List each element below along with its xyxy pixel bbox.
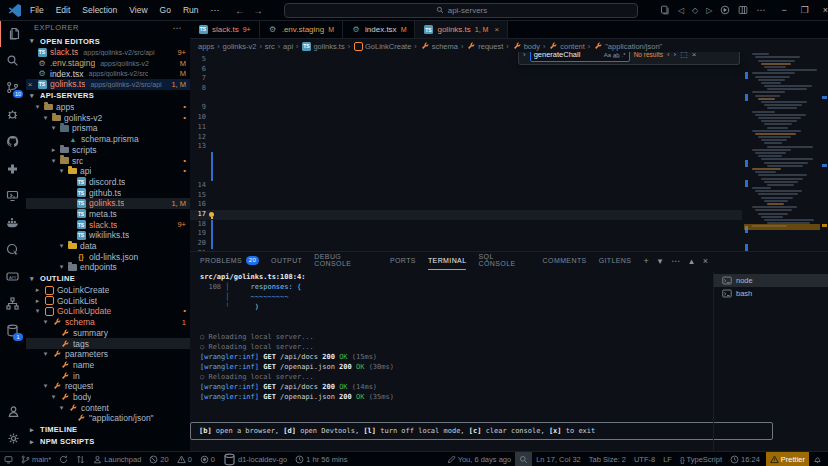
editor-scrollbar[interactable] [820,52,828,252]
breadcrumb-item[interactable]: schema [420,42,458,51]
code-line[interactable]: 16 content: { [190,200,742,210]
find-input[interactable]: generateChall Aa a̲b̲ .* [530,52,630,62]
tree-item-apps[interactable]: ▾ apps • [26,102,190,113]
breadcrumb-item[interactable]: "application/json" [593,42,662,51]
close-tab-icon[interactable]: × [494,25,499,34]
menu-⋯[interactable]: ⋯ [205,3,226,17]
close-editor-icon[interactable]: × [26,80,34,89]
tree-item-summary[interactable]: summary [26,328,190,339]
tree-item-name[interactable]: name [26,360,190,371]
breadcrumb-item[interactable]: apps [198,42,214,51]
find-next-icon[interactable]: › [674,52,677,59]
status-ports[interactable]: 0 [196,452,219,466]
status-remote-window[interactable] [0,452,17,466]
tab-slack.ts[interactable]: TSslack.ts 9+ [190,20,260,38]
status-warning[interactable]: 0 [173,452,196,466]
menu-selection[interactable]: Selection [76,3,123,17]
code-line[interactable]: 9export class GoLinkCreate extends OpenA… [190,103,742,113]
tree-item-discord.ts[interactable]: TS discord.ts [26,177,190,188]
code-line[interactable]: 6import { Context } from "hono"; [190,65,742,75]
find-in-selection-icon[interactable]: ⬚ [680,52,688,59]
tree-item-old-links.json[interactable]: {} old-links.json [26,251,190,262]
tree-item-GoLinkUpdate[interactable]: ▾ GoLinkUpdate • [26,306,190,317]
panel-tab-sql-console[interactable]: SQL CONSOLE [478,252,530,270]
code-line[interactable]: 10 schema = { [190,113,742,123]
code-line[interactable]: 20 targetUrl: Str({ example: "https://ex… [190,239,742,249]
layout-control-icon[interactable]: ▷ [706,6,712,15]
breadcrumb-item[interactable]: TSgolinks.ts [301,42,344,51]
tree-item-data[interactable]: ▾ data [26,241,190,252]
status-pencil[interactable]: You, 6 days ago [443,452,516,466]
panel-tab-comments[interactable]: COMMENTS [543,252,587,270]
status-database[interactable]: d1-localdev-go [219,452,291,466]
activity-accounts[interactable] [0,398,26,425]
nav-forward-icon[interactable]: → [253,5,263,16]
tree-item-GoLinkCreate[interactable]: ▸ GoLinkCreate [26,285,190,296]
tab-.env.staging[interactable]: ⚙.env.staging M [260,20,343,38]
lightbulb-icon[interactable] [209,212,214,217]
panel-action-icon[interactable]: ⋯ [671,256,680,266]
breadcrumb-item[interactable]: content [548,42,585,51]
open-editor-item[interactable]: ⚙ index.tsx apps/golinks-v2/src M [26,68,190,79]
tab-index.tsx[interactable]: ⚙index.tsx M [343,20,415,38]
npm-scripts-header[interactable]: ▸NPM SCRIPTS [26,436,190,448]
more-actions-icon[interactable]: ⋯ [756,5,765,15]
tree-item-scripts[interactable]: ▸ scripts [26,145,190,156]
open-editors-header[interactable]: ▾OPEN EDITORS [26,35,190,47]
status-sync[interactable] [55,452,72,466]
find-close-icon[interactable]: × [692,52,697,59]
tree-item-applicationjson[interactable]: "application/json" [26,413,190,424]
tree-item-slack.ts[interactable]: TS slack.ts 9+ [26,219,190,230]
tree-item-wikilinks.ts[interactable]: TS wikilinks.ts [26,230,190,241]
status-compare[interactable] [72,452,89,466]
status-clock[interactable]: 16:24 [726,452,764,466]
tree-item-in[interactable]: in [26,370,190,381]
command-center-search[interactable]: api-servers [284,3,638,18]
tree-item-github.ts[interactable]: TS github.ts [26,187,190,198]
find-expand-icon[interactable]: › [523,52,526,59]
tree-item-golinks.ts[interactable]: TS golinks.ts 1, M [26,198,190,209]
tree-item-GoLinkList[interactable]: ▸ GoLinkList [26,295,190,306]
timeline-header[interactable]: ▸TIMELINE [26,424,190,436]
panel-tab-problems[interactable]: PROBLEMS20 [200,252,259,270]
minimize-icon[interactable]: − [781,5,786,15]
find-prev-icon[interactable]: ‹ [667,52,670,59]
activity-api-client[interactable]: API [0,263,25,290]
menu-edit[interactable]: Edit [50,3,77,17]
code-line[interactable]: 8 [190,84,742,94]
code-line[interactable]: 19 slug: Str({ required: false }), [190,229,742,239]
tree-item-api[interactable]: ▾ api • [26,166,190,177]
status-zoom[interactable] [515,452,532,466]
breadcrumb-item[interactable]: request [466,42,503,51]
layout-control-icon[interactable] [720,5,730,15]
activity-live-share[interactable] [0,236,25,263]
activity-search[interactable] [0,47,25,74]
activity-source-control[interactable]: 10 [0,74,25,101]
activity-remote-explorer[interactable] [0,182,25,209]
tree-item-schema[interactable]: ▾ schema 1 [26,317,190,328]
status-git-branch[interactable]: main* [17,452,55,466]
outline-header[interactable]: ▾OUTLINE [26,273,190,285]
open-editor-item[interactable]: ⚙ .env.staging apps/golinks-v2 M [26,58,190,69]
project-section-header[interactable]: ▾API-SERVERS [26,90,190,102]
activity-github[interactable] [0,128,25,155]
match-case-icon[interactable]: Aa [604,52,611,58]
open-editor-item[interactable]: TS slack.ts apps/golinks-v2/src/api 9+ [26,47,190,58]
tree-item-request[interactable]: ▾ request [26,381,190,392]
code-line[interactable]: 15 body: { [190,191,742,201]
tree-item-meta.ts[interactable]: TS meta.ts [26,209,190,220]
code-line[interactable]: golinks will soft-deprecated after creat… [190,171,742,181]
layout-control-icon[interactable] [660,5,670,15]
status-lf[interactable]: LF [659,452,676,466]
panel-tab-debug-console[interactable]: DEBUG CONSOLE [314,252,378,270]
status-warning-dark[interactable]: Prettier [766,452,809,466]
activity-debug[interactable] [0,101,25,128]
panel-tab-gitlens[interactable]: GITLENS [599,252,632,270]
code-line[interactable]: 13 description: "Creating a golink or a … [190,142,742,152]
minimap[interactable] [744,52,820,252]
tree-item-schema.prisma[interactable]: ▲ schema.prisma [26,134,190,145]
breadcrumb-item[interactable]: api [283,42,293,51]
explorer-more-icon[interactable]: ⋯ [173,23,183,33]
layout-control-icon[interactable]: ◇ [692,6,698,15]
code-line[interactable]: 11 tags: ["golinks"], [190,123,742,133]
